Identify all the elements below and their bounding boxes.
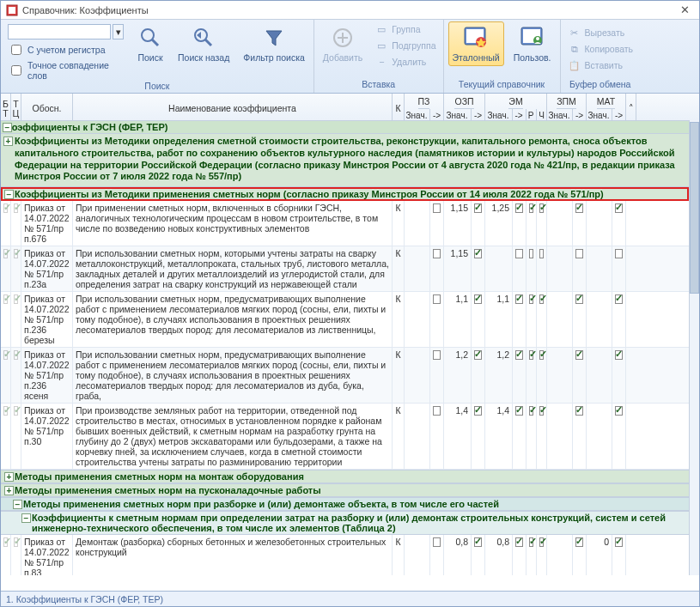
checkbox-icon[interactable] <box>575 537 583 547</box>
case-checkbox-label[interactable]: С учетом регистра <box>8 42 124 58</box>
checkbox-icon[interactable] <box>433 203 441 213</box>
checkbox-icon[interactable] <box>474 350 482 360</box>
checkbox-icon[interactable] <box>615 350 623 360</box>
checkbox-icon[interactable] <box>615 406 623 416</box>
expand-icon[interactable]: + <box>4 472 14 482</box>
checkbox-icon[interactable] <box>3 537 8 547</box>
col-obosn[interactable]: Обосн. <box>21 94 73 124</box>
case-checkbox[interactable] <box>11 45 21 55</box>
checkbox-icon[interactable] <box>529 537 533 547</box>
checkbox-icon[interactable] <box>474 249 482 258</box>
checkbox-icon[interactable] <box>3 350 8 360</box>
checkbox-icon[interactable] <box>529 249 533 258</box>
checkbox-icon[interactable] <box>515 350 523 360</box>
search-back-button[interactable]: Поиск назад <box>173 21 234 66</box>
search-input[interactable] <box>8 24 111 39</box>
checkbox-icon[interactable] <box>14 294 18 304</box>
checkbox-icon[interactable] <box>433 406 441 416</box>
group-row[interactable]: −Методы применения сметных норм при разб… <box>1 497 689 511</box>
checkbox-icon[interactable] <box>474 406 482 416</box>
checkbox-icon[interactable] <box>539 249 544 258</box>
checkbox-icon[interactable] <box>433 294 441 304</box>
group-row-highlight[interactable]: −Коэффициенты из Методики применения сме… <box>1 187 689 201</box>
checkbox-icon[interactable] <box>3 406 8 416</box>
checkbox-icon[interactable] <box>575 294 583 304</box>
checkbox-icon[interactable] <box>615 537 623 547</box>
table-row[interactable]: Приказ от 14.07.2022 № 571/пр п.83 табл.… <box>1 535 689 575</box>
collapse-icon[interactable]: − <box>3 123 12 132</box>
col-ozp[interactable]: ОЗПЗнач.-> <box>444 94 485 124</box>
checkbox-icon[interactable] <box>14 249 18 258</box>
checkbox-icon[interactable] <box>515 203 523 213</box>
col-tc[interactable]: ТЦ <box>11 94 21 124</box>
search-filter-button[interactable]: Фильтр поиска <box>239 21 309 66</box>
col-k[interactable]: К <box>393 94 405 124</box>
checkbox-icon[interactable] <box>615 203 623 213</box>
checkbox-icon[interactable] <box>515 537 523 547</box>
checkbox-icon[interactable] <box>3 249 8 258</box>
grid-body[interactable]: −Коэффициенты к ГЭСН (ФЕР, ТЕР)+Коэффици… <box>1 120 689 575</box>
checkbox-icon[interactable] <box>433 537 441 547</box>
collapse-icon[interactable]: − <box>4 190 14 199</box>
checkbox-icon[interactable] <box>474 537 482 547</box>
table-row[interactable]: Приказ от 14.07.2022 № 571/пр п.30 При п… <box>1 404 689 470</box>
checkbox-icon[interactable] <box>3 294 8 304</box>
checkbox-icon[interactable] <box>539 350 544 360</box>
table-row[interactable]: Приказ от 14.07.2022 № 571/пр п.236 ясен… <box>1 348 689 404</box>
checkbox-icon[interactable] <box>474 203 482 213</box>
collapse-icon[interactable]: − <box>13 500 22 509</box>
paste-button: 📋Вставить <box>565 58 636 73</box>
checkbox-icon[interactable] <box>539 294 544 304</box>
group-row[interactable]: −Коэффициенты к сметным нормам при опред… <box>1 511 689 535</box>
col-em[interactable]: ЭМЗнач.->РЧ <box>485 94 547 124</box>
close-button[interactable]: ✕ <box>675 3 694 18</box>
checkbox-icon[interactable] <box>14 406 18 416</box>
clipboard-icon: 📋 <box>568 58 581 72</box>
whole-word-checkbox[interactable] <box>11 65 21 76</box>
checkbox-icon[interactable] <box>474 294 482 304</box>
col-name[interactable]: Наименование коэффициента <box>73 94 393 124</box>
search-button[interactable]: Поиск <box>132 21 168 66</box>
col-bt[interactable]: БТ <box>1 94 11 124</box>
expand-icon[interactable]: + <box>4 486 14 495</box>
checkbox-icon[interactable] <box>539 406 544 416</box>
user-button[interactable]: Пользов. <box>509 21 556 66</box>
col-pz[interactable]: ПЗЗнач.-> <box>405 94 444 124</box>
search-dropdown-button[interactable]: ▾ <box>113 24 124 39</box>
checkbox-icon[interactable] <box>529 203 533 213</box>
checkbox-icon[interactable] <box>14 537 18 547</box>
checkbox-icon[interactable] <box>575 203 583 213</box>
group-row[interactable]: +Методы применения сметных норм на пуско… <box>1 483 689 497</box>
checkbox-icon[interactable] <box>433 249 441 258</box>
checkbox-icon[interactable] <box>529 350 533 360</box>
collapse-icon[interactable]: − <box>21 513 31 523</box>
col-zpm[interactable]: ЗПМЗнач.-> <box>547 94 587 124</box>
vertical-scrollbar[interactable] <box>689 120 699 575</box>
checkbox-icon[interactable] <box>615 294 623 304</box>
subgroup-icon: ▭ <box>374 39 388 52</box>
checkbox-icon[interactable] <box>515 294 523 304</box>
whole-checkbox-label[interactable]: Точное совпадение слов <box>8 60 124 81</box>
expand-icon[interactable]: + <box>3 137 13 146</box>
group-row[interactable]: +Методы применения сметных норм на монта… <box>1 470 689 483</box>
checkbox-icon[interactable] <box>515 406 523 416</box>
checkbox-icon[interactable] <box>615 249 623 258</box>
reference-button[interactable]: Эталонный <box>448 21 504 66</box>
checkbox-icon[interactable] <box>575 249 583 258</box>
checkbox-icon[interactable] <box>539 537 544 547</box>
checkbox-icon[interactable] <box>539 203 544 213</box>
checkbox-icon[interactable] <box>529 294 533 304</box>
checkbox-icon[interactable] <box>14 203 18 213</box>
table-row[interactable]: Приказ от 14.07.2022 № 571/пр п.236 бере… <box>1 292 689 348</box>
checkbox-icon[interactable] <box>575 350 583 360</box>
table-row[interactable]: Приказ от 14.07.2022 № 571/пр п.23а При … <box>1 246 689 292</box>
col-mat[interactable]: МАТЗнач.-> <box>587 94 626 124</box>
checkbox-icon[interactable] <box>515 249 523 258</box>
checkbox-icon[interactable] <box>529 406 533 416</box>
table-row[interactable]: Приказ от 14.07.2022 № 571/пр п.676 При … <box>1 201 689 246</box>
group-row[interactable]: −Коэффициенты к ГЭСН (ФЕР, ТЕР) <box>1 120 689 134</box>
checkbox-icon[interactable] <box>433 350 441 360</box>
checkbox-icon[interactable] <box>14 350 18 360</box>
checkbox-icon[interactable] <box>3 203 8 213</box>
checkbox-icon[interactable] <box>575 406 583 416</box>
